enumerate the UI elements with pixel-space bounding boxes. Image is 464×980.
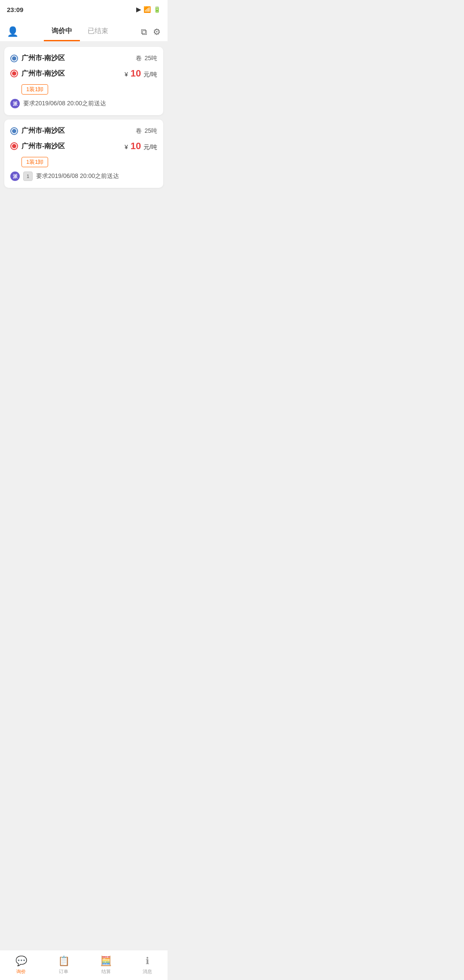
cargo-label-2: 卷 — [136, 127, 142, 135]
header: 👤 询价中 已结束 ⧉ ⚙ — [0, 19, 168, 42]
notice-text-2: 要求2019/06/08 20:00之前送达 — [36, 172, 119, 180]
destination-icon-1 — [10, 70, 18, 77]
from-city-1: 广州市-南沙区 — [21, 54, 65, 63]
from-row-2: 广州市-南沙区 卷 25吨 — [10, 126, 157, 135]
settings-icon[interactable]: ⚙ — [153, 27, 161, 37]
price-value-2: 10 — [131, 141, 141, 151]
layers-icon[interactable]: ⧉ — [141, 27, 147, 37]
cargo-weight-2: 25吨 — [144, 127, 157, 135]
content: 广州市-南沙区 卷 25吨 广州市-南沙区 ¥ 10 元/吨 1装1卸 — [0, 42, 168, 193]
origin-icon-1 — [10, 55, 18, 62]
inquiry-card-2[interactable]: 广州市-南沙区 卷 25吨 广州市-南沙区 ¥ 10 元/吨 1装1卸 — [4, 119, 163, 188]
route-meta-2: 卷 25吨 — [136, 127, 157, 135]
status-bar: 23:09 ▶ 📶 🔋 — [0, 0, 168, 19]
notice-row-1: 派 要求2019/06/08 20:00之前送达 — [10, 99, 157, 108]
status-icons: ▶ 📶 🔋 — [136, 6, 161, 13]
header-tabs: 询价中 已结束 — [44, 22, 116, 41]
cargo-weight-1: 25吨 — [144, 55, 157, 62]
price-row-2: ¥ 10 元/吨 — [125, 141, 157, 152]
to-city-2: 广州市-南沙区 — [21, 142, 65, 151]
load-tag-1: 1装1卸 — [21, 84, 48, 95]
派-badge-2: 派 — [10, 172, 20, 181]
destination-icon-2 — [10, 142, 18, 150]
tab-inquiring[interactable]: 询价中 — [44, 22, 80, 41]
to-info-1: 广州市-南沙区 — [10, 69, 65, 78]
load-tag-2: 1装1卸 — [21, 157, 48, 167]
signal-icon: 📶 — [143, 6, 151, 13]
to-row-2: 广州市-南沙区 ¥ 10 元/吨 — [10, 141, 157, 152]
cargo-label-1: 卷 — [136, 55, 142, 62]
response-badge-2: 1 — [23, 172, 33, 181]
origin-icon-2 — [10, 127, 18, 135]
price-unit-2: 元/吨 — [143, 144, 157, 150]
to-row-1: 广州市-南沙区 ¥ 10 元/吨 — [10, 68, 157, 79]
price-row-1: ¥ 10 元/吨 — [125, 68, 157, 79]
to-city-1: 广州市-南沙区 — [21, 69, 65, 78]
inquiry-card-1[interactable]: 广州市-南沙区 卷 25吨 广州市-南沙区 ¥ 10 元/吨 1装1卸 — [4, 47, 163, 115]
notice-row-2: 派 1 要求2019/06/08 20:00之前送达 — [10, 172, 157, 181]
派-badge-1: 派 — [10, 99, 20, 108]
tag-row-1: 1装1卸 — [21, 84, 157, 95]
to-info-2: 广州市-南沙区 — [10, 142, 65, 151]
notice-text-1: 要求2019/06/08 20:00之前送达 — [23, 100, 106, 107]
status-time: 23:09 — [7, 6, 23, 13]
currency-1: ¥ — [125, 71, 128, 78]
header-right: ⧉ ⚙ — [141, 27, 161, 37]
tag-row-2: 1装1卸 — [21, 157, 157, 167]
from-city-2: 广州市-南沙区 — [21, 126, 65, 135]
from-row-1: 广州市-南沙区 卷 25吨 — [10, 54, 157, 63]
play-icon: ▶ — [136, 6, 141, 13]
header-left: 👤 — [7, 26, 18, 37]
battery-icon: 🔋 — [153, 6, 161, 13]
avatar-icon[interactable]: 👤 — [7, 26, 18, 37]
tab-ended[interactable]: 已结束 — [80, 22, 116, 41]
from-info-2: 广州市-南沙区 — [10, 126, 65, 135]
from-info-1: 广州市-南沙区 — [10, 54, 65, 63]
route-meta-1: 卷 25吨 — [136, 55, 157, 62]
price-value-1: 10 — [131, 68, 141, 79]
currency-2: ¥ — [125, 144, 128, 150]
price-unit-1: 元/吨 — [143, 71, 157, 78]
